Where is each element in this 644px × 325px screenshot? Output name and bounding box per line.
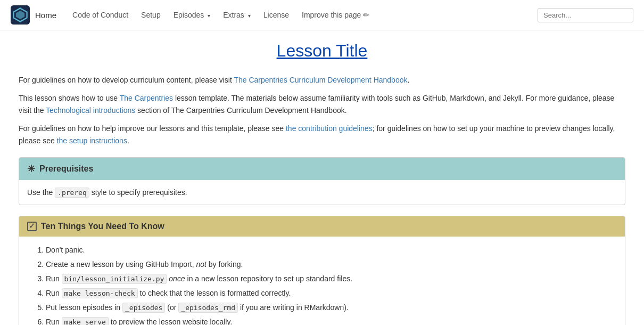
nav-setup[interactable]: Setup <box>136 7 166 22</box>
list-item: Run make serve to preview the lesson web… <box>46 316 617 325</box>
extras-caret: ▾ <box>248 13 251 19</box>
nav-improve[interactable]: Improve this page ✏ <box>296 7 375 22</box>
search-container <box>538 8 633 22</box>
search-input[interactable] <box>538 8 633 22</box>
nav-license[interactable]: License <box>258 7 294 22</box>
nav-extras[interactable]: Extras ▾ <box>218 7 256 22</box>
list-item: Create a new lesson by using GitHub Impo… <box>46 259 617 270</box>
prerequisites-title: Prerequisites <box>39 164 93 174</box>
intro1-text: For guidelines on how to develop curricu… <box>19 76 234 84</box>
prerequisites-header: ✳ Prerequisites <box>19 158 625 180</box>
nav-links: Code of Conduct Setup Episodes ▾ Extras … <box>67 7 538 22</box>
tenthings-list: Don't panic. Create a new lesson by usin… <box>40 245 617 325</box>
navbar: Home Code of Conduct Setup Episodes ▾ Ex… <box>0 0 644 30</box>
contribution-guidelines-link[interactable]: the contribution guidelines <box>286 124 373 133</box>
tech-introductions-link[interactable]: Technological introductions <box>46 106 135 115</box>
carpentries-handbook-link[interactable]: The Carpentries Curriculum Development H… <box>234 76 407 84</box>
star-icon: ✳ <box>27 163 35 175</box>
setup-instructions-link[interactable]: the setup instructions <box>57 136 127 145</box>
intro-paragraph-3: For guidelines on how to help improve ou… <box>19 123 625 147</box>
intro1-end: . <box>407 76 409 84</box>
site-logo[interactable] <box>11 5 30 25</box>
tenthings-box: Ten Things You Need To Know Don't panic.… <box>19 216 625 325</box>
tenthings-title: Ten Things You Need To Know <box>41 222 164 231</box>
intro3-start: For guidelines on how to help improve ou… <box>19 124 286 133</box>
tenthings-header: Ten Things You Need To Know <box>19 216 625 237</box>
episodes-caret: ▾ <box>208 13 210 19</box>
prereq-code: .prereq <box>55 188 89 198</box>
intro3-end: . <box>127 136 129 145</box>
home-link[interactable]: Home <box>35 11 56 20</box>
list-item: Run make lesson-check to check that the … <box>46 288 617 299</box>
prerequisites-box: ✳ Prerequisites Use the .prereq style to… <box>19 157 625 205</box>
lesson-title: Lesson Title <box>19 41 625 61</box>
list-item: Don't panic. <box>46 245 617 256</box>
prereq-body-start: Use the <box>27 188 55 197</box>
intro-paragraph-1: For guidelines on how to develop curricu… <box>19 74 625 86</box>
intro-paragraph-2: This lesson shows how to use The Carpent… <box>19 92 625 116</box>
intro2-end: section of The Carpentries Curriculum De… <box>135 106 346 115</box>
list-item: Put lesson episodes in _episodes (or _ep… <box>46 302 617 313</box>
checkbox-icon <box>27 222 37 231</box>
list-item: Run bin/lesson_initialize.py once in a n… <box>46 273 617 285</box>
nav-episodes[interactable]: Episodes ▾ <box>168 7 216 22</box>
main-content: Lesson Title For guidelines on how to de… <box>8 30 636 325</box>
nav-code-of-conduct[interactable]: Code of Conduct <box>67 7 134 22</box>
prereq-body-end: style to specify prerequisites. <box>89 188 187 197</box>
tenthings-body: Don't panic. Create a new lesson by usin… <box>19 237 625 325</box>
prerequisites-body: Use the .prereq style to specify prerequ… <box>19 180 625 205</box>
intro2-start: This lesson shows how to use <box>19 94 120 102</box>
carpentries-link[interactable]: The Carpentries <box>120 94 173 102</box>
